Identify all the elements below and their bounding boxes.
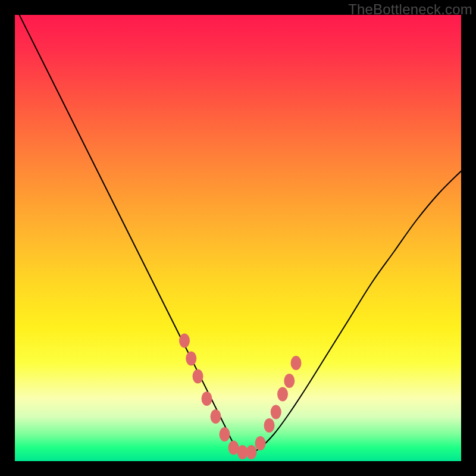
chart-gradient-background — [15, 15, 461, 461]
watermark-text: TheBottleneck.com — [348, 1, 472, 18]
chart-frame — [15, 15, 461, 461]
